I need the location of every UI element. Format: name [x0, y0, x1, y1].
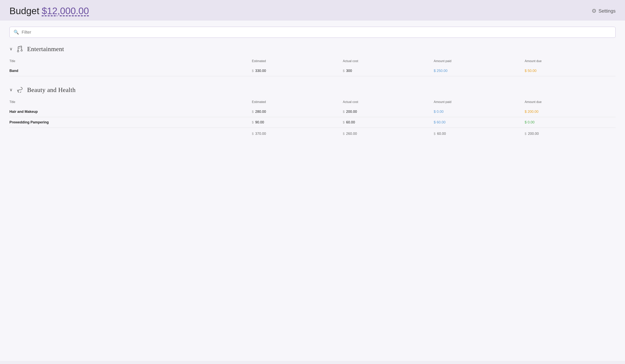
budget-amount[interactable]: $12,000.00 — [42, 5, 89, 16]
table-row: Band $ 330.00 $ 300 $ 250.00 — [9, 66, 616, 76]
item-estimated: $ 330.00 — [252, 66, 343, 76]
subtotal-actual: $ 260.00 — [343, 128, 434, 139]
page-header: Budget $12,000.00 ⚙ Settings — [0, 0, 625, 20]
filter-container: 🔍 — [9, 27, 616, 38]
dollar-sign: $ — [343, 110, 344, 114]
table-row: Hair and Makeup $ 280.00 $ 200.00 $ 0.00 — [9, 107, 616, 117]
col-estimated: Estimated — [252, 99, 343, 107]
category-title-entertainment: Entertainment — [27, 45, 64, 53]
item-title: Hair and Makeup — [9, 107, 252, 117]
svg-line-6 — [18, 48, 22, 48]
item-amount-due: $ 200.00 — [525, 107, 616, 117]
svg-line-3 — [18, 46, 22, 47]
col-amount-due: Amount due — [525, 99, 616, 107]
item-actual-cost: $ 60.00 — [343, 117, 434, 128]
col-title: Title — [9, 99, 252, 107]
budget-table-entertainment: Title Estimated Actual cost Amount paid … — [9, 58, 616, 76]
settings-label: Settings — [598, 8, 616, 14]
category-section-beauty-health: ∨ Beauty and Health Title Estimated Actu… — [9, 86, 616, 139]
gear-icon: ⚙ — [592, 8, 596, 14]
filter-input[interactable] — [22, 30, 611, 35]
table-header-row: Title Estimated Actual cost Amount paid … — [9, 58, 616, 66]
item-amount-due: $ 50.00 — [525, 66, 616, 76]
col-title: Title — [9, 58, 252, 66]
budget-label: Budget — [9, 5, 39, 16]
col-actual-cost: Actual cost — [343, 99, 434, 107]
item-title: Band — [9, 66, 252, 76]
subtotal-row: $ 370.00 $ 260.00 $ 60.00 — [9, 128, 616, 139]
col-actual-cost: Actual cost — [343, 58, 434, 66]
category-icon-entertainment — [16, 45, 24, 53]
subtotal-paid: $ 60.00 — [434, 128, 525, 139]
item-actual-cost: $ 200.00 — [343, 107, 434, 117]
dollar-sign: $ — [343, 121, 344, 124]
settings-button[interactable]: ⚙ Settings — [592, 8, 616, 14]
col-amount-due: Amount due — [525, 58, 616, 66]
item-estimated: $ 280.00 — [252, 107, 343, 117]
budget-table-beauty-health: Title Estimated Actual cost Amount paid … — [9, 99, 616, 139]
category-header-beauty-health[interactable]: ∨ Beauty and Health — [9, 86, 616, 94]
table-row: Prewedding Pampering $ 90.00 $ 60.00 $ 6… — [9, 117, 616, 128]
item-title: Prewedding Pampering — [9, 117, 252, 128]
col-amount-paid: Amount paid — [434, 99, 525, 107]
col-estimated: Estimated — [252, 58, 343, 66]
subtotal-estimated: $ 370.00 — [252, 128, 343, 139]
item-actual-cost: $ 300 — [343, 66, 434, 76]
chevron-down-icon: ∨ — [9, 46, 13, 52]
category-section-entertainment: ∨ Entertainment Title Estimated Actual c… — [9, 45, 616, 76]
main-content: 🔍 ∨ Entertainment Title Estimated Actual… — [0, 20, 625, 361]
item-amount-paid: $ 0.00 — [434, 107, 525, 117]
subtotal-due: $ 200.00 — [525, 128, 616, 139]
dollar-sign: $ — [252, 69, 254, 73]
item-estimated: $ 90.00 — [252, 117, 343, 128]
dollar-sign: $ — [252, 121, 254, 124]
col-amount-paid: Amount paid — [434, 58, 525, 66]
category-icon-beauty-health — [16, 86, 24, 94]
category-header-entertainment[interactable]: ∨ Entertainment — [9, 45, 616, 53]
category-title-beauty-health: Beauty and Health — [27, 86, 76, 93]
item-amount-due: $ 0.00 — [525, 117, 616, 128]
item-amount-paid: $ 60.00 — [434, 117, 525, 128]
table-header-row: Title Estimated Actual cost Amount paid … — [9, 99, 616, 107]
filter-input-wrapper: 🔍 — [9, 27, 616, 38]
dollar-sign: $ — [252, 110, 254, 114]
budget-title: Budget $12,000.00 — [9, 5, 89, 16]
item-amount-paid: $ 250.00 — [434, 66, 525, 76]
chevron-down-icon: ∨ — [9, 87, 13, 92]
dollar-sign: $ — [343, 69, 344, 73]
categories-container: ∨ Entertainment Title Estimated Actual c… — [9, 45, 616, 139]
search-icon: 🔍 — [14, 30, 19, 35]
